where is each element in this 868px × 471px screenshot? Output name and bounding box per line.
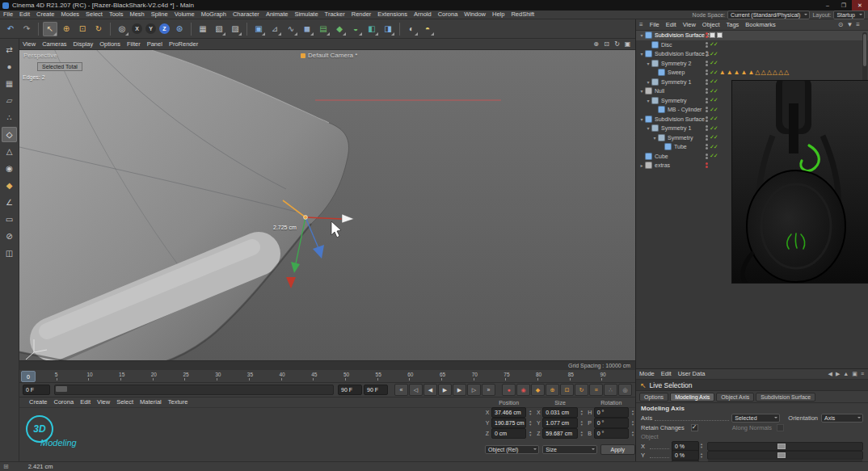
visibility-dot[interactable] bbox=[706, 162, 708, 165]
node-space-dropdown[interactable]: Current (Standard/Physical) bbox=[727, 11, 810, 19]
visibility-dot[interactable] bbox=[706, 135, 708, 137]
view-label[interactable]: Perspective bbox=[23, 52, 57, 59]
record-scale-button[interactable]: ⊡ bbox=[560, 384, 574, 396]
undo-icon[interactable]: ↶ bbox=[3, 22, 18, 36]
cube-primitive-icon[interactable]: ◼ bbox=[300, 22, 314, 36]
axis-dropdown[interactable]: Selected bbox=[731, 414, 780, 423]
timeline-ticks[interactable]: 051015202530354045505560657075808590 bbox=[23, 371, 632, 381]
visibility-dots[interactable] bbox=[706, 61, 708, 66]
expander-icon[interactable]: ▸ bbox=[638, 162, 645, 168]
om-menu-tags[interactable]: Tags bbox=[723, 21, 743, 29]
tag-icon[interactable] bbox=[710, 32, 715, 38]
end-frame-input[interactable]: 90 F bbox=[364, 385, 388, 395]
texture-mode-icon[interactable]: ▦ bbox=[2, 76, 17, 91]
search-icon[interactable]: ⊙ bbox=[838, 21, 844, 28]
timeline-range-slider[interactable] bbox=[54, 385, 334, 395]
play-button[interactable]: ▶ bbox=[438, 384, 452, 396]
slider-handle[interactable] bbox=[777, 452, 786, 458]
menu-modes[interactable]: Modes bbox=[58, 11, 83, 19]
filter-icon[interactable]: ▼ bbox=[846, 21, 853, 28]
history-back-icon[interactable]: ◀ bbox=[828, 371, 832, 377]
coord-mode-dropdown[interactable]: Object (Rel) bbox=[485, 445, 539, 454]
viewport[interactable]: Perspective Default Camera * Selected To… bbox=[19, 50, 635, 370]
expander-icon[interactable]: ▾ bbox=[645, 79, 651, 85]
menu-edit[interactable]: Edit bbox=[16, 11, 33, 19]
visibility-dots[interactable] bbox=[706, 107, 708, 112]
menu-character[interactable]: Character bbox=[230, 11, 263, 19]
x-slider[interactable] bbox=[707, 442, 863, 451]
pan-view-icon[interactable]: ⊕ bbox=[591, 40, 601, 49]
next-frame-button[interactable]: ▶ bbox=[453, 384, 466, 396]
prev-frame-button[interactable]: ◀ bbox=[423, 384, 437, 396]
workplane-mode-icon[interactable]: ▱ bbox=[2, 93, 17, 108]
viewport-menu-panel[interactable]: Panel bbox=[144, 40, 166, 48]
visibility-dots[interactable] bbox=[706, 88, 708, 94]
visibility-dot[interactable] bbox=[706, 110, 708, 112]
grid-icon[interactable]: ⊞ bbox=[0, 463, 12, 470]
subdivision-surface-icon[interactable]: ▣ bbox=[251, 22, 266, 36]
object-row-sweep[interactable]: Sweep✓✓▲▲▲▲▲△△△△△△ bbox=[636, 68, 868, 78]
panel-menu-icon[interactable]: ≡ bbox=[636, 21, 647, 28]
om-menu-view[interactable]: View bbox=[680, 21, 699, 29]
visibility-dot[interactable] bbox=[706, 107, 708, 109]
goto-start-button[interactable]: « bbox=[394, 384, 408, 396]
viewport-menu-filter[interactable]: Filter bbox=[124, 40, 144, 48]
spinner[interactable] bbox=[528, 430, 533, 437]
parent-icon[interactable]: ▲ bbox=[843, 371, 849, 377]
material-menu-corona[interactable]: Corona bbox=[51, 398, 78, 406]
mograph-cloner-icon[interactable]: ▤ bbox=[316, 22, 331, 36]
rotation-p-input[interactable]: 0 ° bbox=[594, 418, 629, 428]
visibility-dots[interactable] bbox=[706, 51, 708, 57]
visibility-dot[interactable] bbox=[706, 51, 708, 53]
menu-mesh[interactable]: Mesh bbox=[126, 11, 147, 19]
render-settings-icon[interactable]: ▨ bbox=[228, 22, 242, 36]
visibility-dots[interactable] bbox=[706, 79, 708, 85]
make-editable-icon[interactable]: ⇄ bbox=[2, 42, 17, 57]
visibility-dot[interactable] bbox=[706, 61, 708, 63]
viewport-menu-cameras[interactable]: Cameras bbox=[39, 40, 70, 48]
x-axis-lock-icon[interactable]: X bbox=[132, 23, 142, 34]
visibility-dot[interactable] bbox=[706, 45, 708, 48]
spinner[interactable] bbox=[579, 409, 584, 416]
goto-end-button[interactable]: » bbox=[482, 384, 495, 396]
polygons-mode-icon[interactable]: △ bbox=[2, 144, 17, 159]
coordinate-system-icon[interactable]: ⊛ bbox=[172, 22, 187, 36]
menu-extensions[interactable]: Extensions bbox=[374, 11, 411, 19]
zoom-view-icon[interactable]: ⊡ bbox=[601, 40, 612, 49]
close-button[interactable]: ✕ bbox=[852, 0, 868, 11]
volume-icon[interactable]: ◧ bbox=[364, 22, 379, 36]
spinner[interactable] bbox=[699, 452, 704, 459]
layout-dropdown[interactable]: Startup bbox=[833, 11, 865, 19]
menu-help[interactable]: Help bbox=[489, 11, 508, 19]
material-menu-texture[interactable]: Texture bbox=[165, 398, 192, 406]
material-menu-create[interactable]: Create bbox=[26, 398, 51, 406]
viewport-menu-options[interactable]: Options bbox=[96, 40, 124, 48]
menu-render[interactable]: Render bbox=[348, 11, 375, 19]
expander-icon[interactable]: ▾ bbox=[645, 125, 651, 131]
render-picture-viewer-icon[interactable]: ▧ bbox=[212, 22, 226, 36]
tag-icon[interactable] bbox=[717, 32, 723, 38]
rotation-h-input[interactable]: 0 ° bbox=[594, 407, 629, 418]
visibility-dot[interactable] bbox=[706, 82, 708, 85]
menu-arnold[interactable]: Arnold bbox=[411, 11, 435, 19]
om-menu-edit[interactable]: Edit bbox=[663, 21, 680, 29]
viewport-menu-view[interactable]: View bbox=[19, 40, 39, 48]
scrollbar-thumb[interactable] bbox=[863, 34, 866, 66]
attr-menu-mode[interactable]: Mode bbox=[636, 370, 658, 378]
next-key-button[interactable]: ▷ bbox=[467, 384, 481, 396]
om-menu-file[interactable]: File bbox=[647, 21, 663, 29]
spinner[interactable] bbox=[528, 419, 533, 427]
expander-icon[interactable]: ▾ bbox=[651, 135, 658, 141]
visibility-dot[interactable] bbox=[706, 98, 708, 100]
current-frame-marker[interactable]: 0 bbox=[21, 371, 36, 382]
selection-tag-icons[interactable]: ▲▲▲▲▲△△△△△△ bbox=[719, 69, 790, 76]
retain-changes-checkbox[interactable] bbox=[691, 424, 698, 431]
menu-tools[interactable]: Tools bbox=[106, 11, 127, 19]
visibility-dot[interactable] bbox=[706, 42, 708, 44]
expander-icon[interactable]: ▾ bbox=[638, 32, 645, 38]
viewport-menu-prorender[interactable]: ProRender bbox=[166, 40, 201, 48]
y-slider[interactable] bbox=[707, 451, 863, 460]
material-menu-material[interactable]: Material bbox=[137, 398, 165, 406]
menu-file[interactable]: File bbox=[0, 11, 16, 19]
move-tool-icon[interactable]: ⊕ bbox=[59, 22, 74, 36]
